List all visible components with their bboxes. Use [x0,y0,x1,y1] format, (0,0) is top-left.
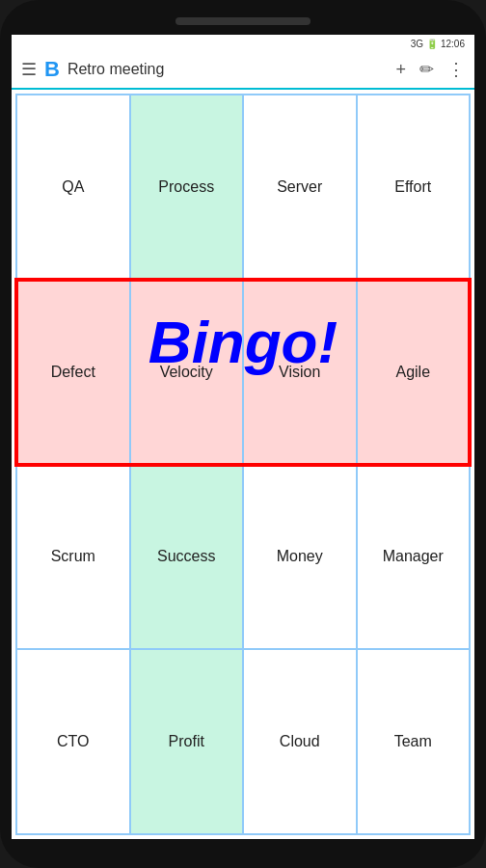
cell-1-0[interactable]: Defect [16,280,130,465]
cell-3-0[interactable]: CTO [16,649,130,834]
top-actions: + ✏ ⋮ [395,59,465,80]
bingo-text: Bingo! [148,308,338,376]
cell-0-2[interactable]: Server [243,95,357,280]
battery-icon: 🔋 [426,39,438,49]
speaker [176,17,310,25]
menu-icon[interactable]: ☰ [21,59,37,80]
add-button[interactable]: + [395,60,406,80]
bingo-grid: QA Process Server Effort Defect Velocity… [15,94,471,835]
cell-0-1[interactable]: Process [130,95,244,280]
cell-2-2[interactable]: Money [243,465,357,650]
more-button[interactable]: ⋮ [447,59,465,80]
screen: 3G 🔋 12:06 ☰ B Retro meeting + ✏ ⋮ QA Pr… [12,35,474,839]
time-display: 12:06 [441,39,465,49]
cell-3-2[interactable]: Cloud [243,649,357,834]
bingo-area: QA Process Server Effort Defect Velocity… [12,90,474,839]
edit-button[interactable]: ✏ [419,59,434,80]
cell-2-1[interactable]: Success [130,465,244,650]
cell-3-1[interactable]: Profit [130,649,244,834]
phone-frame: 3G 🔋 12:06 ☰ B Retro meeting + ✏ ⋮ QA Pr… [0,0,486,868]
signal-icon: 3G [411,39,423,49]
app-title: Retro meeting [68,61,389,78]
top-bar: ☰ B Retro meeting + ✏ ⋮ [12,51,474,90]
cell-2-0[interactable]: Scrum [16,465,130,650]
status-icons: 3G 🔋 12:06 [411,39,465,49]
app-logo: B [44,57,60,82]
cell-1-3[interactable]: Agile [357,280,471,465]
cell-2-3[interactable]: Manager [357,465,471,650]
cell-3-3[interactable]: Team [357,649,471,834]
cell-0-3[interactable]: Effort [357,95,471,280]
status-bar: 3G 🔋 12:06 [12,35,474,51]
cell-0-0[interactable]: QA [16,95,130,280]
